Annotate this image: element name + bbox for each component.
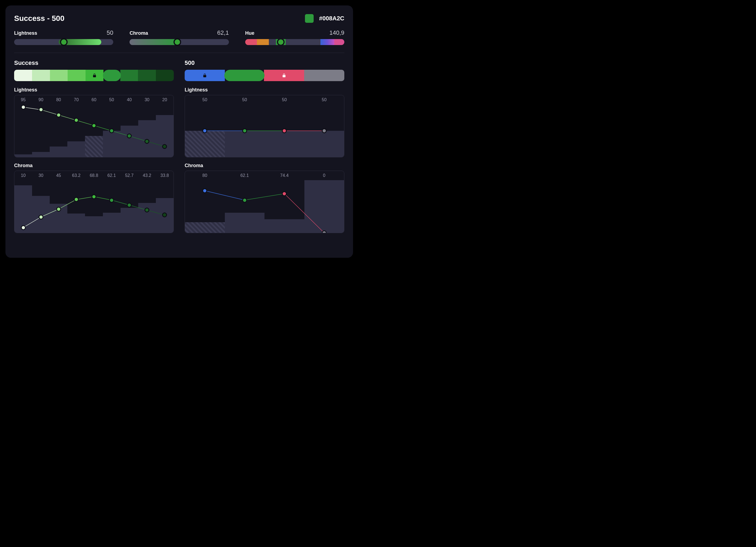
axis-tick: 20 — [156, 97, 174, 102]
slider-thumb[interactable] — [60, 38, 68, 46]
success-chroma-chart[interactable]: 10304563.268.862.152.743.233.8 — [14, 171, 174, 233]
sliders-row: Lightness 50 Chroma 62,1 Hue 140,9 — [14, 29, 344, 53]
shade-swatch-row — [185, 70, 344, 81]
axis-tick: 50 — [225, 97, 265, 102]
lock-icon — [282, 73, 286, 78]
chart-point[interactable] — [39, 215, 43, 220]
swatch[interactable] — [32, 70, 50, 81]
lock-icon — [203, 73, 207, 78]
axis-tick: 50 — [103, 97, 121, 102]
lightness-label: Lightness — [14, 30, 37, 36]
svg-line-19 — [205, 191, 245, 200]
hex-value: #008A2C — [319, 15, 344, 22]
axis-tick: 50 — [185, 97, 225, 102]
chart-point[interactable] — [39, 107, 43, 112]
chart-title: Lightness — [185, 87, 344, 93]
axis-tick: 62.1 — [225, 173, 265, 178]
swatch[interactable] — [185, 70, 225, 81]
chart-point[interactable] — [109, 128, 114, 133]
chart-point[interactable] — [56, 207, 61, 212]
chart-point[interactable] — [74, 197, 79, 202]
svg-line-20 — [245, 194, 285, 200]
axis-tick: 50 — [264, 97, 304, 102]
swatch[interactable] — [50, 70, 68, 81]
chroma-fill — [130, 39, 177, 45]
axis-tick: 60 — [85, 97, 103, 102]
chart-point[interactable] — [162, 213, 167, 217]
chart-point[interactable] — [21, 225, 26, 230]
axis-tick: 10 — [14, 173, 32, 178]
shade-lightness-chart[interactable]: 50505050 — [185, 95, 344, 157]
slider-thumb[interactable] — [174, 38, 181, 46]
lock-icon — [92, 73, 97, 78]
chart-point[interactable] — [144, 208, 149, 213]
svg-line-21 — [284, 194, 324, 233]
chart-point[interactable] — [127, 134, 132, 138]
swatch[interactable] — [86, 70, 103, 81]
axis-tick: 43.2 — [138, 173, 156, 178]
axis-tick: 80 — [185, 173, 225, 178]
shade-chroma-chart[interactable]: 8062.174.40 — [185, 171, 344, 233]
success-lightness-chart[interactable]: 959080706050403020 — [14, 95, 174, 157]
axis-tick: 95 — [14, 97, 32, 102]
hue-slider-group: Hue 140,9 — [245, 29, 344, 45]
svg-line-8 — [23, 217, 41, 228]
hex-display: #008A2C — [305, 14, 344, 23]
hue-label: Hue — [245, 30, 254, 36]
swatch[interactable] — [120, 70, 138, 81]
chart-point[interactable] — [202, 128, 207, 133]
hue-seg — [320, 39, 334, 45]
swatch[interactable] — [138, 70, 156, 81]
hex-swatch — [305, 14, 314, 23]
chart-point[interactable] — [282, 128, 287, 133]
chart-point[interactable] — [109, 198, 114, 203]
axis-tick: 45 — [50, 173, 67, 178]
axis-tick: 74.4 — [264, 173, 304, 178]
swatch[interactable] — [304, 70, 344, 81]
lightness-value: 50 — [107, 29, 113, 36]
shade-title: 500 — [185, 59, 344, 67]
axis-tick: 62.1 — [103, 173, 121, 178]
chroma-slider[interactable] — [130, 39, 229, 45]
swatch[interactable] — [224, 70, 264, 81]
swatch[interactable] — [103, 70, 121, 81]
slider-thumb[interactable] — [277, 39, 285, 45]
chart-point[interactable] — [202, 188, 207, 193]
hue-value: 140,9 — [329, 29, 344, 36]
chart-point[interactable] — [144, 139, 149, 144]
swatch[interactable] — [156, 70, 174, 81]
color-editor-panel: Success - 500 #008A2C Lightness 50 Chrom… — [5, 5, 353, 258]
axis-tick: 40 — [121, 97, 138, 102]
page-title: Success - 500 — [14, 14, 64, 23]
chart-point[interactable] — [92, 123, 96, 128]
chroma-slider-group: Chroma 62,1 — [130, 29, 229, 45]
axis-tick: 52.7 — [121, 173, 138, 178]
chart-title: Chroma — [185, 163, 344, 169]
axis-tick: 68.8 — [85, 173, 103, 178]
axis-tick: 30 — [32, 173, 50, 178]
chart-point[interactable] — [162, 144, 167, 149]
header: Success - 500 #008A2C — [14, 14, 344, 23]
hue-seg — [334, 39, 344, 45]
chart-title: Chroma — [14, 163, 174, 169]
swatch[interactable] — [264, 70, 304, 81]
success-title: Success — [14, 59, 174, 67]
chart-point[interactable] — [56, 113, 61, 118]
chart-point[interactable] — [242, 128, 247, 133]
chart-point[interactable] — [21, 105, 26, 110]
axis-tick: 33.8 — [156, 173, 174, 178]
shade-500-column: 500 Lightness 50505050 Chroma 8062.174.4… — [185, 59, 344, 239]
swatch[interactable] — [68, 70, 86, 81]
axis-tick: 0 — [304, 173, 344, 178]
lightness-slider[interactable] — [14, 39, 113, 45]
chart-point[interactable] — [74, 118, 79, 123]
swatch[interactable] — [14, 70, 32, 81]
axis-tick: 50 — [304, 97, 344, 102]
chart-point[interactable] — [322, 128, 327, 133]
chart-point[interactable] — [282, 191, 287, 196]
hue-seg — [245, 39, 257, 45]
chart-point[interactable] — [92, 194, 96, 199]
hue-slider[interactable] — [245, 39, 344, 45]
chart-point[interactable] — [242, 198, 247, 203]
chart-point[interactable] — [127, 203, 132, 208]
